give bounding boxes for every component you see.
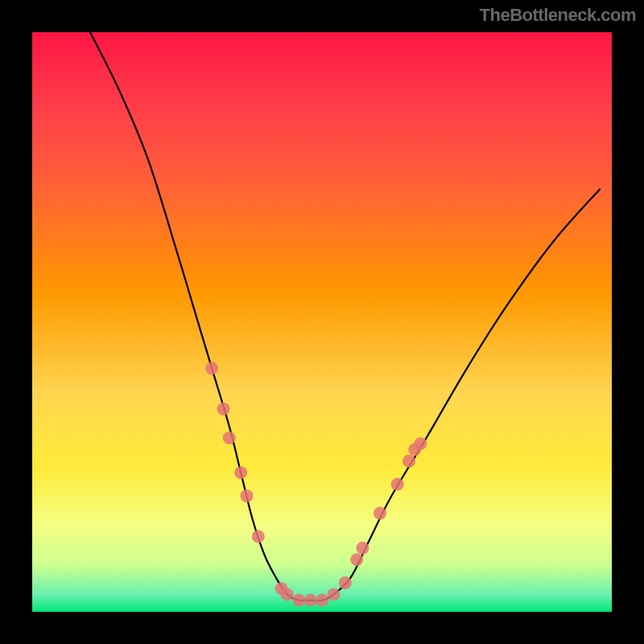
marker-dot	[234, 466, 247, 479]
marker-dot	[391, 478, 404, 491]
curve-svg	[32, 32, 612, 612]
plot-area	[32, 32, 612, 612]
marker-dot	[402, 455, 415, 468]
marker-dot	[350, 553, 363, 566]
watermark-text: TheBottleneck.com	[480, 5, 636, 26]
marker-dot	[304, 594, 317, 607]
marker-group	[205, 362, 427, 607]
marker-dot	[252, 530, 265, 543]
marker-dot	[292, 594, 305, 607]
marker-dot	[240, 489, 253, 502]
marker-dot	[316, 594, 328, 607]
marker-dot	[281, 588, 294, 601]
marker-dot	[223, 431, 236, 444]
marker-dot	[374, 507, 386, 520]
bottleneck-curve	[90, 32, 601, 601]
marker-dot	[205, 362, 218, 375]
marker-dot	[339, 576, 352, 589]
marker-dot	[327, 588, 340, 601]
marker-dot	[217, 402, 230, 415]
marker-dot	[356, 542, 369, 555]
chart-frame: TheBottleneck.com	[0, 0, 644, 644]
marker-dot	[414, 437, 427, 450]
